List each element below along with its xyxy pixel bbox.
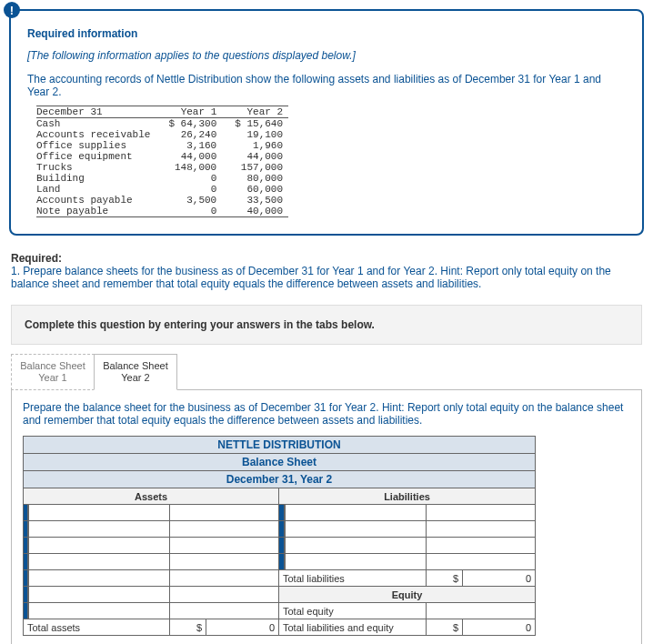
total-equity-label: Total equity: [279, 603, 427, 619]
required-info-box: ! Required information [The following in…: [9, 9, 644, 236]
liab-amount-input[interactable]: [427, 538, 536, 554]
given-row-label: Office equipment: [36, 151, 156, 162]
tab-balance-sheet-year-2[interactable]: Balance Sheet Year 2: [94, 354, 177, 390]
liab-amount-input[interactable]: [427, 554, 536, 570]
equity-header: Equity: [279, 587, 536, 603]
total-liabilities-value: 0: [463, 570, 536, 587]
tab-label: Balance Sheet: [103, 360, 168, 371]
asset-label-input[interactable]: [28, 603, 170, 619]
balance-sheet-shell: NETTLE DISTRIBUTION Balance Sheet Decemb…: [23, 436, 536, 636]
tab-label: Year 2: [121, 372, 149, 383]
liab-label-input[interactable]: [285, 505, 427, 521]
given-hdr-date: December 31: [36, 106, 156, 118]
asset-amount-input[interactable]: [170, 521, 279, 538]
given-row-y2: 44,000: [222, 151, 288, 162]
asset-amount-input[interactable]: [170, 570, 279, 587]
asset-amount-input[interactable]: [170, 505, 279, 521]
total-equity-input[interactable]: [427, 603, 536, 619]
sheet-title: Balance Sheet: [23, 454, 536, 471]
asset-label-input[interactable]: [28, 538, 170, 554]
asset-amount-input[interactable]: [170, 554, 279, 570]
given-data-table: December 31 Year 1 Year 2 Cash$ 64,300$ …: [36, 106, 288, 217]
liab-label-input[interactable]: [285, 521, 427, 538]
given-row-y1: 3,160: [156, 140, 222, 151]
total-assets-label: Total assets: [23, 619, 170, 636]
asset-amount-input[interactable]: [170, 603, 279, 619]
required-block: Required: 1. Prepare balance sheets for …: [0, 245, 653, 297]
liab-label-input[interactable]: [285, 538, 427, 554]
required-text: 1. Prepare balance sheets for the busine…: [11, 265, 611, 290]
tab-balance-sheet-year-1[interactable]: Balance Sheet Year 1: [11, 354, 95, 390]
sheet-company: NETTLE DISTRIBUTION: [23, 436, 536, 454]
asset-label-input[interactable]: [28, 521, 170, 538]
given-row-y2: 1,960: [222, 140, 288, 151]
given-row-y1: $ 64,300: [156, 118, 222, 130]
asset-amount-input[interactable]: [170, 587, 279, 603]
asset-label-input[interactable]: [28, 587, 170, 603]
given-row-y1: 3,500: [156, 195, 222, 206]
liab-amount-input[interactable]: [427, 521, 536, 538]
assets-header: Assets: [23, 488, 279, 505]
given-hdr-y1: Year 1: [156, 106, 222, 118]
given-row-y1: 148,000: [156, 162, 222, 173]
tab-label: Year 1: [38, 372, 66, 383]
given-row-y1: 26,240: [156, 129, 222, 140]
dollar-sign: $: [427, 619, 463, 636]
given-row-label: Cash: [36, 118, 156, 130]
tab-strip: Balance Sheet Year 1 Balance Sheet Year …: [11, 354, 642, 390]
required-heading: Required:: [11, 252, 62, 265]
dollar-sign: $: [427, 570, 463, 587]
info-title: Required information: [27, 27, 626, 40]
given-row-label: Office supplies: [36, 140, 156, 151]
dollar-sign: $: [170, 619, 206, 636]
info-subtitle: [The following information applies to th…: [27, 49, 626, 62]
total-liab-eq-value: 0: [463, 619, 536, 636]
liab-amount-input[interactable]: [427, 505, 536, 521]
given-hdr-y2: Year 2: [222, 106, 288, 118]
info-body: The accounting records of Nettle Distrib…: [27, 73, 626, 98]
info-icon: !: [4, 2, 20, 18]
given-row-y2: 60,000: [222, 184, 288, 195]
given-row-y2: 80,000: [222, 173, 288, 184]
liab-label-input[interactable]: [285, 554, 427, 570]
asset-amount-input[interactable]: [170, 538, 279, 554]
given-row-y2: 157,000: [222, 162, 288, 173]
given-row-y2: 19,100: [222, 129, 288, 140]
given-row-label: Accounts payable: [36, 195, 156, 206]
given-row-y1: 0: [156, 173, 222, 184]
asset-label-input[interactable]: [28, 570, 170, 587]
liabilities-header: Liabilities: [279, 488, 536, 505]
given-row-label: Land: [36, 184, 156, 195]
tab-panel-year-2: Prepare the balance sheet for the busine…: [11, 389, 642, 644]
given-row-y2: 40,000: [222, 206, 288, 217]
given-row-y2: $ 15,640: [222, 118, 288, 130]
given-row-label: Accounts receivable: [36, 129, 156, 140]
given-row-y1: 44,000: [156, 151, 222, 162]
complete-prompt: Complete this question by entering your …: [11, 305, 642, 345]
asset-label-input[interactable]: [28, 554, 170, 570]
given-row-label: Trucks: [36, 162, 156, 173]
given-row-label: Note payable: [36, 206, 156, 217]
total-liab-eq-label: Total liabilities and equity: [279, 619, 427, 636]
given-row-y2: 33,500: [222, 195, 288, 206]
given-row-label: Building: [36, 173, 156, 184]
sheet-date: December 31, Year 2: [23, 471, 536, 488]
total-liabilities-label: Total liabilities: [279, 570, 427, 587]
given-row-y1: 0: [156, 184, 222, 195]
given-row-y1: 0: [156, 206, 222, 217]
asset-label-input[interactable]: [28, 505, 170, 521]
tab-label: Balance Sheet: [20, 360, 85, 371]
total-assets-value: 0: [206, 619, 279, 636]
panel-instructions: Prepare the balance sheet for the busine…: [23, 401, 630, 427]
